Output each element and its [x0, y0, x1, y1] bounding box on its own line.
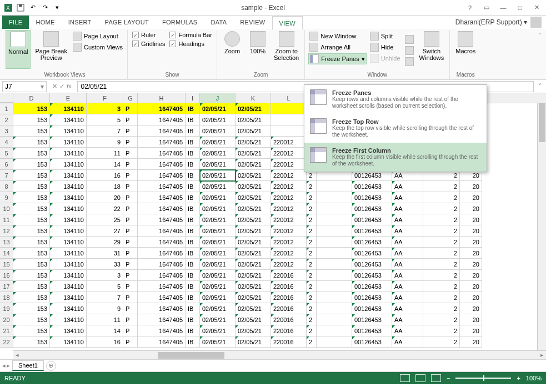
macros-button[interactable]: Macros	[453, 30, 478, 69]
cell[interactable]: P	[123, 203, 138, 214]
cell[interactable]: 153	[13, 303, 50, 314]
cell[interactable]: 02/05/21	[200, 214, 236, 225]
cell[interactable]: 02/05/21	[236, 292, 271, 303]
cell[interactable]: AA	[392, 248, 423, 259]
cell[interactable]: 02/05/21	[236, 281, 271, 292]
zoom-in-icon[interactable]: +	[517, 375, 520, 381]
cell[interactable]: 00126453	[352, 314, 392, 325]
cell[interactable]	[317, 303, 352, 314]
cell[interactable]: 02/05/21	[200, 125, 236, 137]
cell[interactable]: 1647405	[138, 114, 186, 125]
redo-icon[interactable]: ↷	[39, 2, 51, 14]
cell[interactable]: IB	[186, 314, 200, 325]
cell[interactable]: 220016	[271, 292, 307, 303]
cell[interactable]: 153	[13, 148, 50, 159]
cell[interactable]: 02/05/21	[236, 114, 271, 125]
page-break-preview-button[interactable]: Page Break Preview	[33, 30, 69, 69]
cell[interactable]: 02/05/21	[200, 336, 236, 348]
new-window-button[interactable]: New Window	[308, 31, 366, 41]
cell[interactable]: 02/05/21	[200, 137, 236, 148]
row-header[interactable]: 13	[0, 237, 13, 248]
cell[interactable]: 1647405	[138, 170, 186, 181]
cell[interactable]: 02/05/21	[200, 148, 236, 159]
cell[interactable]: 02/05/21	[200, 314, 236, 325]
cell[interactable]: 220016	[271, 281, 307, 292]
qat-customize-icon[interactable]: ▾	[51, 2, 63, 14]
switch-windows-button[interactable]: Switch Windows	[417, 30, 447, 69]
cell[interactable]: 1647405	[138, 103, 186, 114]
cell[interactable]: IB	[186, 137, 200, 148]
cell[interactable]: 9	[87, 137, 123, 148]
cell[interactable]: 02/05/21	[200, 114, 236, 125]
cell[interactable]: 20	[460, 281, 482, 292]
user-label[interactable]: Dharani(ERP Support) ▾	[455, 18, 527, 26]
cell[interactable]: 2	[423, 237, 460, 248]
cell[interactable]: 14	[87, 159, 123, 170]
scrollbar-thumb[interactable]	[539, 103, 545, 142]
cell[interactable]: 27	[87, 225, 123, 237]
cell[interactable]: P	[123, 137, 138, 148]
zoom-slider[interactable]	[455, 378, 511, 379]
cell[interactable]: 00126453	[352, 325, 392, 336]
cell[interactable]: 00126453	[352, 248, 392, 259]
cell[interactable]	[317, 181, 352, 192]
cell[interactable]: 02/05/21	[200, 292, 236, 303]
cell[interactable]: 3	[87, 103, 123, 114]
cell[interactable]: P	[123, 225, 138, 237]
vertical-scrollbar[interactable]	[537, 103, 546, 350]
cell[interactable]: 02/05/21	[236, 170, 271, 181]
cell[interactable]: 00126453	[352, 281, 392, 292]
cell[interactable]	[271, 103, 307, 114]
cell[interactable]: 25	[87, 214, 123, 225]
cell[interactable]: 9	[87, 303, 123, 314]
cell[interactable]: 134110	[50, 203, 87, 214]
cell[interactable]: 2	[423, 203, 460, 214]
cell[interactable]: 134110	[50, 159, 87, 170]
cell[interactable]: 2	[307, 292, 317, 303]
cell[interactable]: 16	[87, 170, 123, 181]
row-header[interactable]: 8	[0, 181, 13, 192]
cell[interactable]: 3	[87, 270, 123, 281]
gridlines-checkbox[interactable]: Gridlines	[131, 40, 166, 48]
cell[interactable]: IB	[186, 248, 200, 259]
select-all-button[interactable]	[0, 93, 13, 103]
cell[interactable]: 153	[13, 270, 50, 281]
cell[interactable]: 02/05/21	[236, 203, 271, 214]
cell[interactable]: IB	[186, 181, 200, 192]
cell[interactable]: 31	[87, 248, 123, 259]
row-header[interactable]: 22	[0, 336, 13, 348]
cell[interactable]: 2	[307, 225, 317, 237]
cell[interactable]: 2	[307, 203, 317, 214]
cell[interactable]	[317, 336, 352, 348]
cell[interactable]: 20	[460, 314, 482, 325]
col-header-D[interactable]: D	[13, 93, 50, 103]
cell[interactable]: 1647405	[138, 303, 186, 314]
cell[interactable]: 153	[13, 225, 50, 237]
cell[interactable]: 1647405	[138, 181, 186, 192]
row-header[interactable]: 3	[0, 125, 13, 137]
expand-formula-bar-icon[interactable]: ˅	[536, 83, 544, 90]
cell[interactable]: 134110	[50, 192, 87, 203]
cell[interactable]: 29	[87, 237, 123, 248]
cell[interactable]: 20	[460, 203, 482, 214]
cell[interactable]: 1647405	[138, 159, 186, 170]
cell[interactable]: 00126453	[352, 181, 392, 192]
cell[interactable]: 1647405	[138, 225, 186, 237]
row-header[interactable]: 1	[0, 103, 13, 114]
cell[interactable]: 33	[87, 259, 123, 270]
col-header-K[interactable]: K	[236, 93, 271, 103]
cell[interactable]: 2	[307, 248, 317, 259]
cell[interactable]: 00126453	[352, 192, 392, 203]
cell[interactable]: 153	[13, 203, 50, 214]
cell[interactable]: 1647405	[138, 125, 186, 137]
cell[interactable]: 2	[423, 214, 460, 225]
col-header-G[interactable]: G	[123, 93, 138, 103]
cell[interactable]: 134110	[50, 325, 87, 336]
cell[interactable]: 1647405	[138, 203, 186, 214]
split-button[interactable]: Split	[369, 31, 402, 41]
cell[interactable]: 1647405	[138, 325, 186, 336]
cell[interactable]: IB	[186, 303, 200, 314]
cell[interactable]: P	[123, 248, 138, 259]
cell[interactable]: 134110	[50, 237, 87, 248]
cell[interactable]: 220012	[271, 259, 307, 270]
